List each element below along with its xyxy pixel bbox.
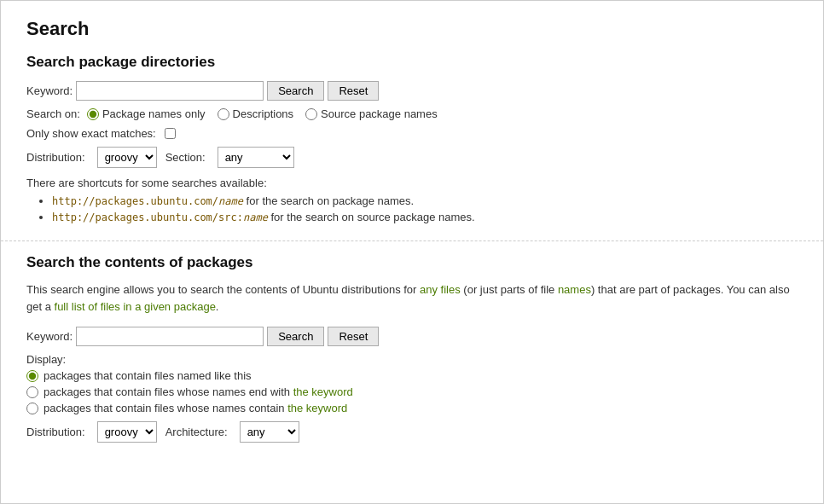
radio-display-contain[interactable] <box>26 403 38 414</box>
keyword-label-1: Keyword: <box>26 84 73 97</box>
contain-keyword-link[interactable]: the keyword <box>287 402 347 414</box>
desc-link-parts[interactable]: names <box>558 283 591 296</box>
page-container: Search Search package directories Keywor… <box>0 0 824 504</box>
section-search-contents: Search the contents of packages This sea… <box>26 254 798 443</box>
keyword-input-2[interactable] <box>76 327 264 346</box>
section2-heading: Search the contents of packages <box>26 254 798 271</box>
radio-descriptions-label: Descriptions <box>233 107 294 120</box>
exact-match-label: Only show exact matches: <box>26 127 156 140</box>
radio-package-names-label: Package names only <box>102 107 206 120</box>
distribution-label-2: Distribution: <box>26 426 85 438</box>
radio-display-named[interactable] <box>26 370 38 382</box>
architecture-label: Architecture: <box>165 426 228 438</box>
radio-display-named-label[interactable]: packages that contain files named like t… <box>44 369 252 382</box>
radio-descriptions[interactable] <box>218 108 229 120</box>
section-divider <box>1 240 823 241</box>
display-option-contain: packages that contain files whose names … <box>26 402 798 414</box>
architecture-select[interactable]: any amd64 i386 arm64 armhf <box>240 421 299 443</box>
distribution-arch-row: Distribution: groovy focal bionic xenial… <box>26 421 798 443</box>
radio-package-names[interactable] <box>87 108 99 120</box>
display-section: Display: packages that contain files nam… <box>26 353 798 414</box>
page-title: Search <box>26 18 798 40</box>
distribution-section-row: Distribution: groovy focal bionic xenial… <box>26 147 798 168</box>
reset-button-1[interactable]: Reset <box>328 81 379 101</box>
section-search-directories: Search package directories Keyword: Sear… <box>26 54 798 223</box>
shortcut-item-2: http://packages.ubuntu.com/src:name for … <box>52 211 798 223</box>
radio-label-package-names[interactable]: Package names only <box>87 107 206 120</box>
shortcuts-text: There are shortcuts for some searches av… <box>26 177 798 189</box>
search-on-radio-group: Package names only Descriptions Source p… <box>87 107 438 120</box>
shortcut-suffix-1: for the search on package names. <box>247 194 415 207</box>
shortcuts-intro: There are shortcuts for some searches av… <box>26 177 267 189</box>
distribution-select-1[interactable]: groovy focal bionic xenial <box>97 147 157 168</box>
keyword-row-2: Keyword: Search Reset <box>26 327 798 346</box>
section-label-1: Section: <box>165 151 206 164</box>
desc-link-any-files[interactable]: any files <box>420 283 461 296</box>
display-named-text: packages that contain files named like t… <box>44 369 252 382</box>
exact-match-row: Only show exact matches: <box>26 127 798 140</box>
radio-label-descriptions[interactable]: Descriptions <box>218 107 294 120</box>
search-on-label: Search on: <box>26 107 80 120</box>
display-option-named: packages that contain files named like t… <box>26 369 798 382</box>
reset-button-2[interactable]: Reset <box>328 327 379 346</box>
search-button-1[interactable]: Search <box>267 81 324 101</box>
radio-source-packages[interactable] <box>305 108 317 120</box>
radio-source-packages-label: Source package names <box>321 107 438 120</box>
section-select-1[interactable]: any main universe restricted multiverse <box>218 147 294 168</box>
shortcut-item-1: http://packages.ubuntu.com/name for the … <box>52 194 798 207</box>
distribution-select-2[interactable]: groovy focal bionic xenial <box>97 421 157 443</box>
search-on-row: Search on: Package names only Descriptio… <box>26 107 798 120</box>
distribution-label-1: Distribution: <box>26 151 85 164</box>
display-label: Display: <box>26 353 798 366</box>
radio-display-end-label[interactable]: packages that contain files whose names … <box>44 385 353 398</box>
radio-display-end[interactable] <box>26 386 38 398</box>
section1-heading: Search package directories <box>26 54 798 71</box>
radio-label-source-packages[interactable]: Source package names <box>305 107 438 120</box>
shortcut-link-1[interactable]: http://packages.ubuntu.com/name <box>52 195 243 207</box>
desc-link-full-list[interactable]: full list of files in a given package <box>55 300 216 313</box>
search-button-2[interactable]: Search <box>267 327 324 346</box>
shortcut-link-2[interactable]: http://packages.ubuntu.com/src:name <box>52 211 268 223</box>
keyword-row-1: Keyword: Search Reset <box>26 81 798 101</box>
shortcuts-list: http://packages.ubuntu.com/name for the … <box>52 194 798 223</box>
shortcut-suffix-2: for the search on source package names. <box>271 211 475 223</box>
exact-match-checkbox[interactable] <box>165 128 176 139</box>
section2-description: This search engine allows you to search … <box>26 281 798 315</box>
end-keyword-link[interactable]: the keyword <box>293 385 353 398</box>
keyword-label-2: Keyword: <box>26 330 73 343</box>
display-option-end: packages that contain files whose names … <box>26 385 798 398</box>
keyword-input-1[interactable] <box>76 81 264 101</box>
radio-display-contain-label[interactable]: packages that contain files whose names … <box>44 402 347 414</box>
